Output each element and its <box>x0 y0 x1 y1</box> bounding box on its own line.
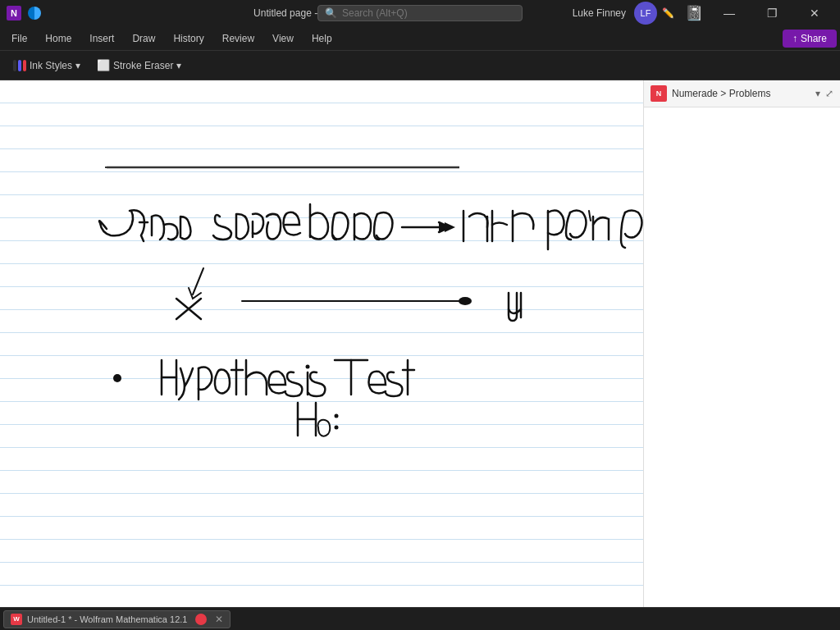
mathematica-icon: W <box>11 614 22 625</box>
eraser-icon: ⬜ <box>97 59 110 71</box>
menu-help[interactable]: Help <box>304 30 340 48</box>
share-button[interactable]: ↑ Share <box>783 30 837 48</box>
taskbar: W Untitled-1 * - Wolfram Mathematica 12.… <box>0 607 840 630</box>
side-panel-header: N Numerade > Problems ▾ ⤢ <box>644 80 840 107</box>
share-icon: ↑ <box>792 33 797 44</box>
title-bar: N Untitled page - OneNote 🔍 Luke Finney … <box>0 0 840 26</box>
ink-styles-icon <box>13 60 26 71</box>
menu-file[interactable]: File <box>3 30 35 48</box>
numerade-icon: N <box>651 85 667 102</box>
menu-history[interactable]: History <box>165 30 212 48</box>
panel-title: Numerade > Problems <box>672 88 810 99</box>
menu-draw[interactable]: Draw <box>124 30 163 48</box>
minimize-button[interactable]: — <box>710 0 748 26</box>
menu-review[interactable]: Review <box>214 30 262 48</box>
menu-insert[interactable]: Insert <box>81 30 122 48</box>
user-name: Luke Finney <box>573 7 626 19</box>
ink-styles-chevron: ▾ <box>75 60 80 71</box>
stroke-eraser-button[interactable]: ⬜ Stroke Eraser ▾ <box>90 57 188 74</box>
content-area: N Numerade > Problems ▾ ⤢ <box>0 80 840 607</box>
pen-icon[interactable]: ✏️ <box>662 7 674 19</box>
onenote-icon: N <box>7 6 21 21</box>
edge-browser-icon <box>28 7 41 20</box>
taskbar-item-label: Untitled-1 * - Wolfram Mathematica 12.1 <box>27 614 187 624</box>
notebook-canvas[interactable] <box>0 80 643 607</box>
taskbar-mathematica-item[interactable]: W Untitled-1 * - Wolfram Mathematica 12.… <box>3 610 231 628</box>
toolbar: Ink Styles ▾ ⬜ Stroke Eraser ▾ <box>0 51 840 80</box>
panel-chevron[interactable]: ▾ <box>815 88 820 99</box>
menu-home[interactable]: Home <box>37 30 80 48</box>
notebook-icon[interactable]: 📓 <box>682 2 705 25</box>
search-box[interactable]: 🔍 <box>317 5 523 21</box>
user-avatar[interactable]: LF <box>634 2 657 25</box>
taskbar-close-button[interactable]: ✕ <box>215 614 223 625</box>
ink-styles-button[interactable]: Ink Styles ▾ <box>7 57 87 74</box>
menu-bar: File Home Insert Draw History Review Vie… <box>0 26 840 51</box>
menu-view[interactable]: View <box>264 30 302 48</box>
notebook-lines <box>0 80 643 607</box>
stroke-eraser-chevron: ▾ <box>176 60 181 71</box>
maximize-button[interactable]: ❐ <box>753 0 791 26</box>
search-icon: 🔍 <box>325 7 337 19</box>
search-input[interactable] <box>342 7 490 19</box>
close-button[interactable]: ✕ <box>796 0 833 26</box>
taskbar-activity-dot <box>195 614 207 625</box>
side-panel: N Numerade > Problems ▾ ⤢ <box>643 80 840 607</box>
panel-expand-button[interactable]: ⤢ <box>825 88 833 99</box>
